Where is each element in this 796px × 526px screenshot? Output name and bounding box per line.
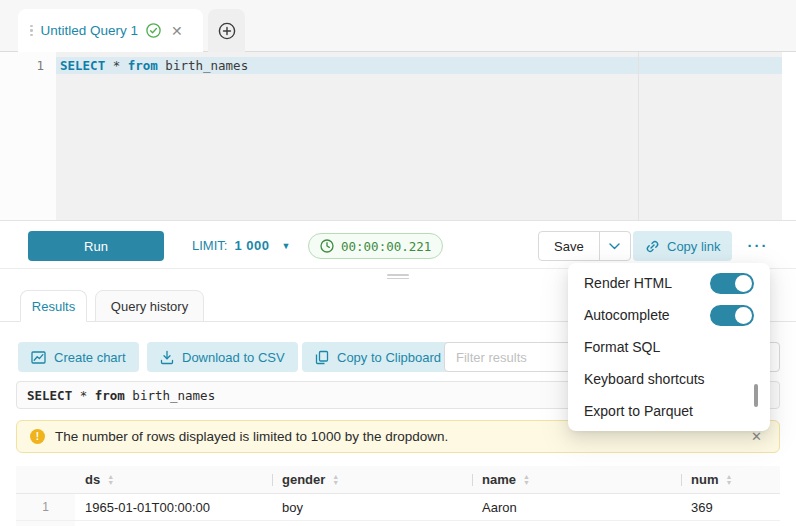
elapsed-time: 00:00:00.221 bbox=[341, 239, 431, 254]
plus-circle-icon bbox=[218, 22, 236, 40]
cell-gender: boy bbox=[272, 494, 472, 520]
editor-gutter: 1 bbox=[0, 52, 56, 220]
preview-table-name: birth_names bbox=[125, 388, 215, 403]
add-query-tab-button[interactable] bbox=[208, 9, 245, 52]
sort-icon[interactable]: ▲▼ bbox=[725, 474, 732, 485]
query-saved-check-icon bbox=[146, 23, 161, 38]
editor-line-number: 1 bbox=[36, 57, 44, 74]
query-tab-close-icon[interactable]: ✕ bbox=[171, 23, 183, 39]
menu-item-keyboard-shortcuts[interactable]: Keyboard shortcuts bbox=[568, 363, 770, 395]
cell-name: Aaron bbox=[472, 494, 681, 520]
tab-results[interactable]: Results bbox=[20, 290, 87, 322]
copy-link-label: Copy link bbox=[667, 239, 720, 254]
cell-num: 369 bbox=[681, 494, 780, 520]
sort-icon[interactable]: ▲▼ bbox=[107, 474, 114, 485]
pane-splitter-handle[interactable] bbox=[386, 274, 410, 284]
query-tab-active[interactable]: Untitled Query 1 ✕ bbox=[18, 9, 203, 52]
table-row[interactable]: 1 1965-01-01T00:00:00 boy Aaron 369 bbox=[16, 494, 780, 521]
query-tabbar: Untitled Query 1 ✕ bbox=[0, 0, 796, 52]
sort-icon[interactable]: ▲▼ bbox=[523, 474, 530, 485]
results-table: ds ▲▼ gender ▲▼ name ▲▼ num ▲▼ 1 1965-01… bbox=[16, 466, 780, 526]
table-row-partial bbox=[16, 521, 780, 526]
sql-table-name: birth_names bbox=[158, 58, 248, 73]
preview-keyword-select: SELECT bbox=[27, 388, 72, 403]
copy-clipboard-button[interactable]: Copy to Clipboard bbox=[302, 342, 454, 372]
tab-query-history[interactable]: Query history bbox=[95, 290, 204, 322]
clock-icon bbox=[320, 239, 334, 253]
editor-code-line[interactable]: SELECT * from birth_names bbox=[60, 57, 248, 74]
menu-item-format-sql[interactable]: Format SQL bbox=[568, 331, 770, 363]
column-label: gender bbox=[282, 472, 325, 487]
menu-item-label: Format SQL bbox=[584, 339, 660, 355]
run-button[interactable]: Run bbox=[28, 231, 164, 261]
sort-icon[interactable]: ▲▼ bbox=[332, 474, 339, 485]
limit-dropdown[interactable]: LIMIT: 1 000 ▼ bbox=[192, 222, 290, 269]
sql-keyword-select: SELECT bbox=[60, 58, 105, 73]
options-dropdown-menu: Render HTML Autocomplete Format SQL Keyb… bbox=[568, 263, 770, 431]
column-header-num[interactable]: num ▲▼ bbox=[681, 466, 780, 493]
column-label: ds bbox=[85, 472, 100, 487]
editor-content-area[interactable]: SELECT * from birth_names bbox=[56, 52, 782, 220]
limit-label: LIMIT: bbox=[192, 238, 227, 253]
download-icon bbox=[160, 350, 174, 365]
column-header-ds[interactable]: ds ▲▼ bbox=[75, 466, 272, 493]
render-html-toggle[interactable] bbox=[710, 273, 754, 294]
query-timer-badge: 00:00:00.221 bbox=[308, 233, 443, 259]
preview-keyword-from: from bbox=[95, 388, 125, 403]
autocomplete-toggle[interactable] bbox=[710, 305, 754, 326]
editor-print-margin bbox=[638, 52, 639, 220]
column-label: num bbox=[691, 472, 718, 487]
preview-star: * bbox=[72, 388, 95, 403]
cell-ds: 1965-01-01T00:00:00 bbox=[75, 494, 272, 520]
scrollbar-thumb[interactable] bbox=[754, 384, 758, 407]
menu-item-export-parquet[interactable]: Export to Parquet bbox=[568, 395, 770, 427]
row-index-cell: 1 bbox=[16, 494, 75, 520]
drag-handle-icon[interactable] bbox=[30, 25, 33, 37]
table-header-row: ds ▲▼ gender ▲▼ name ▲▼ num ▲▼ bbox=[16, 466, 780, 494]
copy-clipboard-label: Copy to Clipboard bbox=[337, 350, 441, 365]
save-button[interactable]: Save bbox=[539, 232, 599, 260]
column-header-gender[interactable]: gender ▲▼ bbox=[272, 466, 472, 493]
column-label: name bbox=[482, 472, 516, 487]
save-dropdown-button[interactable] bbox=[599, 232, 630, 260]
editor-toolbar: Run LIMIT: 1 000 ▼ 00:00:00.221 Save Cop… bbox=[0, 222, 796, 269]
sql-editor[interactable]: SELECT * from birth_names 1 bbox=[0, 52, 796, 221]
download-csv-label: Download to CSV bbox=[182, 350, 285, 365]
sql-lab-app: Untitled Query 1 ✕ SELECT * from birth_n… bbox=[0, 0, 796, 526]
more-options-button[interactable]: ··· bbox=[740, 222, 776, 269]
link-icon bbox=[645, 239, 660, 254]
warning-message: The number of rows displayed is limited … bbox=[55, 429, 448, 444]
warning-icon: ! bbox=[30, 429, 45, 444]
menu-item-label: Render HTML bbox=[584, 275, 672, 291]
download-csv-button[interactable]: Download to CSV bbox=[147, 342, 298, 372]
save-split-button: Save bbox=[538, 231, 631, 261]
create-chart-button[interactable]: Create chart bbox=[18, 342, 139, 372]
copy-icon bbox=[315, 350, 329, 365]
copy-link-button[interactable]: Copy link bbox=[633, 231, 732, 261]
create-chart-label: Create chart bbox=[54, 350, 126, 365]
menu-item-label: Keyboard shortcuts bbox=[584, 371, 705, 387]
query-tab-title: Untitled Query 1 bbox=[41, 23, 139, 38]
menu-item-label: Autocomplete bbox=[584, 307, 670, 323]
column-header-name[interactable]: name ▲▼ bbox=[472, 466, 681, 493]
menu-item-autocomplete[interactable]: Autocomplete bbox=[568, 299, 770, 331]
menu-item-label: Export to Parquet bbox=[584, 403, 693, 419]
chart-icon bbox=[31, 350, 46, 365]
caret-down-icon: ▼ bbox=[281, 241, 290, 251]
sql-star: * bbox=[105, 58, 128, 73]
menu-item-render-html[interactable]: Render HTML bbox=[568, 267, 770, 299]
limit-value: 1 000 bbox=[234, 238, 269, 253]
row-index-header bbox=[16, 466, 75, 493]
sql-keyword-from: from bbox=[128, 58, 158, 73]
